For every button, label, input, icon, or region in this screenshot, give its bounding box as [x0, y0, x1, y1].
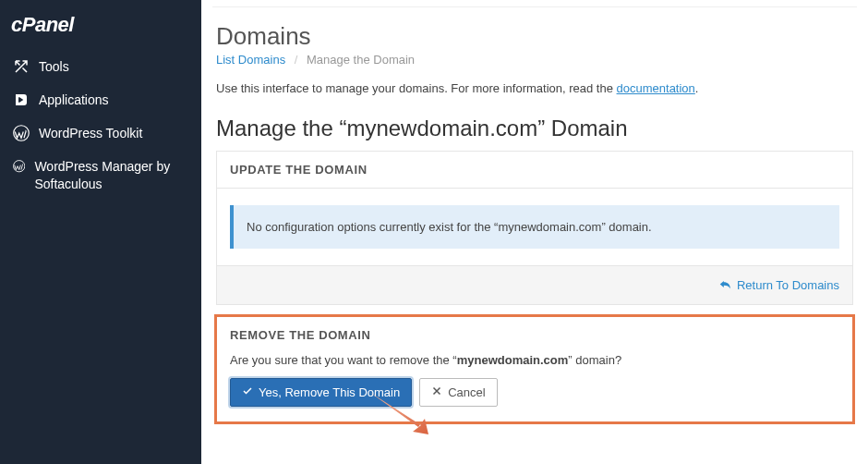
- sidebar-item-label: Applications: [39, 92, 109, 107]
- sidebar-item-wp-manager[interactable]: WordPress Manager by Softaculous: [0, 150, 201, 201]
- sidebar-item-label: WordPress Manager by Softaculous: [34, 158, 188, 193]
- sidebar-item-applications[interactable]: Applications: [0, 83, 201, 116]
- intro-prefix: Use this interface to manage your domain…: [216, 81, 617, 95]
- intro-suffix: .: [695, 81, 699, 95]
- logo: cPanel: [0, 7, 201, 50]
- cancel-button[interactable]: Cancel: [419, 378, 497, 407]
- return-to-domains-link[interactable]: Return To Domains: [718, 277, 839, 293]
- applications-icon: [13, 92, 30, 108]
- update-card-title: UPDATE THE DOMAIN: [217, 152, 852, 189]
- breadcrumb-root[interactable]: List Domains: [216, 53, 285, 67]
- tools-icon: [13, 58, 30, 75]
- close-icon: [431, 385, 442, 399]
- wordpress-icon: [13, 125, 30, 141]
- breadcrumb-separator: /: [295, 53, 298, 67]
- manage-domain-heading: Manage the “mynewdomain.com” Domain: [216, 116, 853, 141]
- wordpress-icon: [13, 158, 25, 175]
- intro-text: Use this interface to manage your domain…: [216, 81, 853, 95]
- page-title: Domains: [216, 22, 853, 51]
- sidebar-item-wp-toolkit[interactable]: WordPress Toolkit: [0, 116, 201, 150]
- cancel-button-label: Cancel: [448, 385, 485, 399]
- sidebar-item-label: WordPress Toolkit: [39, 126, 142, 140]
- sidebar: cPanel Tools Applications WordPress Tool…: [0, 0, 201, 464]
- remove-domain-card: REMOVE THE DOMAIN Are you sure that you …: [216, 316, 853, 422]
- confirm-prefix: Are you sure that you want to remove the…: [230, 353, 457, 367]
- update-domain-card: UPDATE THE DOMAIN No configuration optio…: [216, 151, 853, 305]
- confirm-domain-name: mynewdomain.com: [457, 353, 569, 367]
- return-link-label: Return To Domains: [737, 278, 839, 292]
- breadcrumb-current: Manage the Domain: [307, 53, 415, 67]
- yes-button-label: Yes, Remove This Domain: [259, 385, 400, 399]
- yes-remove-button[interactable]: Yes, Remove This Domain: [230, 378, 412, 407]
- topbar: [212, 0, 857, 7]
- breadcrumbs: List Domains / Manage the Domain: [216, 53, 853, 67]
- remove-confirm-text: Are you sure that you want to remove the…: [230, 353, 839, 367]
- reply-icon: [718, 277, 731, 293]
- remove-card-title: REMOVE THE DOMAIN: [217, 317, 852, 353]
- sidebar-item-label: Tools: [39, 59, 69, 74]
- confirm-suffix: ” domain?: [568, 353, 621, 367]
- documentation-link[interactable]: documentation: [617, 81, 695, 95]
- main-content: Domains List Domains / Manage the Domain…: [201, 0, 868, 464]
- logo-text: cPanel: [11, 13, 74, 36]
- no-config-info: No configuration options currently exist…: [230, 205, 839, 249]
- check-icon: [242, 385, 253, 399]
- sidebar-item-tools[interactable]: Tools: [0, 50, 201, 83]
